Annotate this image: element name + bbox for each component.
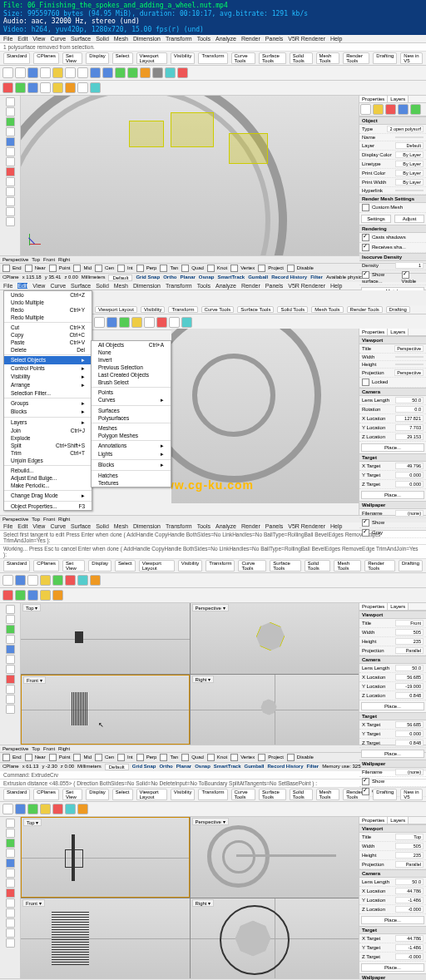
tool-icon[interactable] [181,317,192,328]
tool-icon[interactable] [77,575,88,586]
viewport-top[interactable]: Top ▾ [21,603,190,674]
osnap[interactable]: Osnap [199,275,215,281]
properties-panel-4[interactable]: PropertiesLayers Viewport TitleTop Width… [359,817,426,978]
toolbar-tabs-3[interactable]: StandardCPlanesSet ViewDisplaySelectView… [0,559,426,573]
tool-icon[interactable] [52,590,63,601]
tab-curve-tools[interactable]: Curve Tools [231,52,256,64]
open-icon[interactable] [15,67,26,78]
printcolor-select[interactable]: By Layer [395,170,424,176]
visible-checkbox[interactable] [402,271,409,279]
properties-panel[interactable]: PropertiesLayers Object Type2 open polys… [359,96,426,255]
custommesh-checkbox[interactable] [362,204,369,211]
place-button[interactable]: Place... [361,443,424,452]
line-icon[interactable] [6,107,15,116]
tool-icon[interactable] [27,82,38,93]
rechistory[interactable]: Record History [271,275,307,281]
menu-mesh[interactable]: Mesh [114,283,128,289]
tool-icon[interactable] [106,317,117,328]
tool-icon[interactable] [2,575,13,586]
menu-solid[interactable]: Solid [96,36,109,42]
command-line-3b[interactable]: Working... Press Esc to cancel Enter whe… [0,545,426,559]
menu-vsr[interactable]: V5R Renderer [288,283,325,289]
menu-render[interactable]: Render [241,36,260,42]
main-toolbar[interactable] [0,66,426,81]
osnap-near[interactable] [25,265,32,272]
toolbar-3b[interactable] [0,588,426,603]
osnap-knot[interactable] [207,265,215,272]
move-icon[interactable] [115,67,126,78]
menu-dimension[interactable]: Dimension [133,36,161,42]
tool-icon[interactable] [169,317,180,328]
tab-properties[interactable]: Properties [359,96,388,102]
hyperlink-input[interactable] [395,190,424,191]
tool-icon[interactable] [144,317,155,328]
menu-file[interactable]: File [3,283,12,289]
viewport-perspective[interactable] [21,96,359,255]
adjust-button[interactable]: Adjust [394,215,424,223]
tab-newv5[interactable]: New in V5 [400,52,423,64]
paste-icon[interactable] [77,67,88,78]
panel-icon[interactable] [360,104,371,115]
tool-icon[interactable] [40,82,51,93]
layer-current[interactable]: Default [108,275,132,281]
osnap-project[interactable] [258,265,265,272]
tool-icon[interactable] [119,317,130,328]
tool-icon[interactable] [2,82,13,93]
viewport-right[interactable]: Right ▾ [191,898,359,979]
show-checkbox[interactable] [362,271,369,279]
osnap-point[interactable] [49,265,57,272]
menu-solid[interactable]: Solid [96,283,109,289]
pointer-icon[interactable] [6,97,15,106]
tab-display[interactable]: Display [86,52,109,64]
panel-icon[interactable] [398,104,409,115]
menu-surface[interactable]: Surface [71,283,91,289]
toolbar-3[interactable] [0,573,426,588]
panel-icon[interactable] [410,104,421,115]
tab-render-tools[interactable]: Render Tools [343,52,369,64]
quad-viewports-3[interactable]: Top ▾ Perspective ▾ Front ▾ ↖ Right ▾ [21,603,359,745]
left-toolbox[interactable] [0,96,21,255]
rotate-icon[interactable] [127,67,138,78]
vp-top[interactable]: Top [32,257,40,262]
tool-icon[interactable] [156,317,167,328]
menu-edit[interactable]: Edit [17,283,27,289]
osnap-end[interactable] [2,265,10,272]
tab-properties[interactable]: Properties [359,329,388,335]
props-icon[interactable] [152,67,163,78]
arc-icon[interactable] [6,137,15,146]
receives-checkbox[interactable] [362,244,369,251]
smarttrack[interactable]: SmartTrack [217,275,245,281]
gridsnap[interactable]: Grid Snap [136,275,160,281]
tab-visibility[interactable]: Visibility [171,52,196,64]
osnap-quad[interactable] [181,265,189,272]
tab-solid-tools[interactable]: Solid Tools [290,52,313,64]
left-toolbox-4[interactable] [0,817,21,978]
trim-icon[interactable] [6,197,15,206]
save-icon[interactable] [27,67,38,78]
properties-panel-3[interactable]: PropertiesLayers Viewport TitleFront Wid… [359,603,426,745]
filter[interactable]: Filter [310,275,323,281]
menu-analyze[interactable]: Analyze [215,36,236,42]
tool-icon[interactable] [52,82,63,93]
split-icon[interactable] [6,207,15,216]
menu-file[interactable]: File [3,36,12,42]
menu-edit[interactable]: Edit [17,36,27,42]
osnap-mid[interactable] [73,265,81,272]
toolbar-4[interactable] [0,802,426,817]
show-checkbox[interactable] [362,519,369,527]
menu-render[interactable]: Render [241,283,260,289]
copy-icon[interactable] [65,67,76,78]
place-button[interactable]: Place... [361,491,424,499]
menu-surface[interactable]: Surface [71,36,91,42]
tool-icon[interactable] [40,575,51,586]
menu-curve[interactable]: Curve [50,36,66,42]
properties-panel-2[interactable]: PropertiesLayers Viewport TitlePerspecti… [359,329,426,515]
osnap-perp[interactable] [136,265,144,272]
viewport-perspective-2[interactable]: www.cg-ku.com [171,329,359,503]
tool-icon[interactable] [27,590,38,601]
menu-transform[interactable]: Transform [166,36,192,42]
menu-tools[interactable]: Tools [197,283,211,289]
undo-icon[interactable] [90,67,101,78]
tab-vplayout[interactable]: Viewport Layout [136,52,167,64]
tool-icon[interactable] [131,317,142,328]
